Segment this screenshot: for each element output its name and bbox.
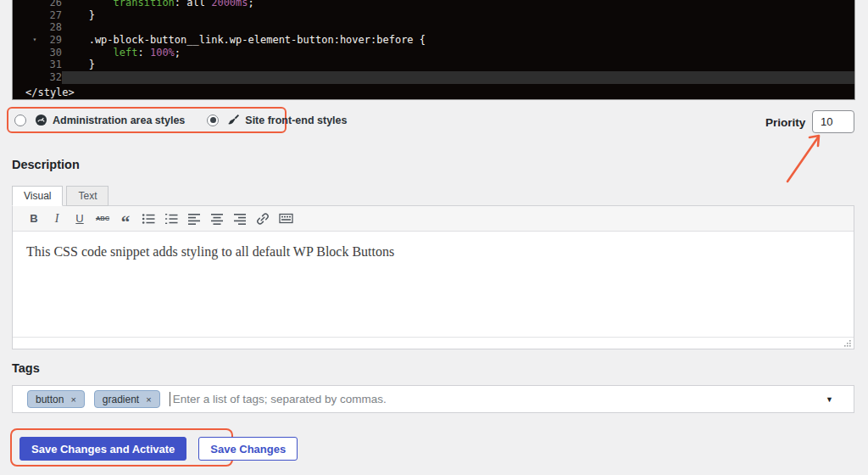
code-text: } xyxy=(62,9,854,22)
line-number: 30 xyxy=(42,47,62,59)
save-and-activate-button[interactable]: Save Changes and Activate xyxy=(19,437,186,461)
tab-text[interactable]: Text xyxy=(66,186,108,206)
code-line: 28 xyxy=(13,21,854,34)
fold-toggle-icon xyxy=(28,71,42,84)
style-closing-tag: </style> xyxy=(13,87,854,99)
code-line: 26 transition: all 2000ms; xyxy=(13,0,854,9)
line-number: 31 xyxy=(42,59,62,71)
tab-visual[interactable]: Visual xyxy=(12,186,63,206)
remove-tag-icon[interactable]: × xyxy=(70,394,75,405)
line-number: 32 xyxy=(42,71,62,84)
code-line: 30 left: 100%; xyxy=(13,47,854,59)
chevron-down-icon[interactable]: ▼ xyxy=(826,395,833,404)
bold-button[interactable]: B xyxy=(24,209,44,229)
strikethrough-button[interactable]: ABC xyxy=(92,209,113,229)
editor-tabs: Visual Text xyxy=(12,186,112,206)
fold-toggle-icon[interactable]: ▾ xyxy=(28,34,42,47)
align-center-button[interactable] xyxy=(207,209,227,229)
brush-icon xyxy=(227,114,240,126)
bullet-list-button[interactable] xyxy=(138,209,159,229)
text-caret xyxy=(170,392,170,406)
description-heading: Description xyxy=(12,158,80,171)
description-content[interactable]: This CSS code snippet adds styling to al… xyxy=(13,232,854,337)
code-text xyxy=(62,71,854,84)
radio-admin-styles[interactable] xyxy=(14,115,26,126)
scope-selector: Administration area styles Site front-en… xyxy=(14,111,347,129)
snippet-editor-page: 26 transition: all 2000ms; 27 } 28 ▾29 .… xyxy=(0,0,868,475)
dashboard-icon xyxy=(35,114,47,126)
link-button[interactable] xyxy=(253,209,273,229)
scope-label-frontend[interactable]: Site front-end styles xyxy=(245,115,347,126)
align-right-button[interactable] xyxy=(230,209,250,229)
scope-label-admin[interactable]: Administration area styles xyxy=(53,115,185,126)
editor-toolbar: B I U ABC “ xyxy=(13,206,854,232)
underline-button[interactable]: U xyxy=(70,209,90,229)
code-text: left: 100%; xyxy=(62,47,854,59)
align-left-button[interactable] xyxy=(184,209,204,229)
toolbar-toggle-icon[interactable] xyxy=(275,209,296,229)
code-line: 31 } xyxy=(13,59,854,71)
line-number: 26 xyxy=(42,0,62,9)
tags-heading: Tags xyxy=(12,361,40,375)
code-lines: 26 transition: all 2000ms; 27 } 28 ▾29 .… xyxy=(13,0,854,99)
blockquote-button[interactable]: “ xyxy=(115,209,136,229)
fold-toggle-icon xyxy=(28,59,42,71)
tag-pill-gradient: gradient × xyxy=(94,390,160,408)
line-number: 28 xyxy=(42,21,62,34)
fold-toggle-icon[interactable] xyxy=(28,0,42,9)
tags-input[interactable] xyxy=(173,393,854,405)
remove-tag-icon[interactable]: × xyxy=(146,394,151,405)
code-line-active: 32 xyxy=(13,71,854,84)
code-text: .wp-block-button__link.wp-element-button… xyxy=(62,34,854,47)
line-number: 27 xyxy=(42,9,62,22)
annotation-arrow-priority xyxy=(776,127,831,191)
editor-statusbar xyxy=(13,337,854,349)
code-text xyxy=(62,21,854,34)
line-number: 29 xyxy=(42,34,62,47)
code-text: } xyxy=(62,59,854,71)
numbered-list-button[interactable] xyxy=(161,209,181,229)
tag-label: gradient xyxy=(103,394,139,405)
fold-toggle-icon xyxy=(28,21,42,34)
code-line: ▾29 .wp-block-button__link.wp-element-bu… xyxy=(13,34,854,47)
css-code-editor[interactable]: 26 transition: all 2000ms; 27 } 28 ▾29 .… xyxy=(12,0,855,100)
fold-toggle-icon xyxy=(28,47,42,59)
description-editor: B I U ABC “ xyxy=(12,205,854,349)
save-actions: Save Changes and Activate Save Changes xyxy=(19,437,298,461)
radio-frontend-styles[interactable] xyxy=(207,115,219,126)
tag-label: button xyxy=(36,394,64,405)
save-changes-button[interactable]: Save Changes xyxy=(198,437,298,461)
italic-button[interactable]: I xyxy=(47,209,67,229)
tag-pill-button: button × xyxy=(27,390,85,408)
fold-toggle-icon xyxy=(28,9,42,22)
code-line: 27 } xyxy=(13,9,854,22)
resize-grip[interactable] xyxy=(843,338,851,347)
code-text: transition: all 2000ms; xyxy=(62,0,854,9)
tags-field[interactable]: button × gradient × ▼ xyxy=(12,385,854,413)
